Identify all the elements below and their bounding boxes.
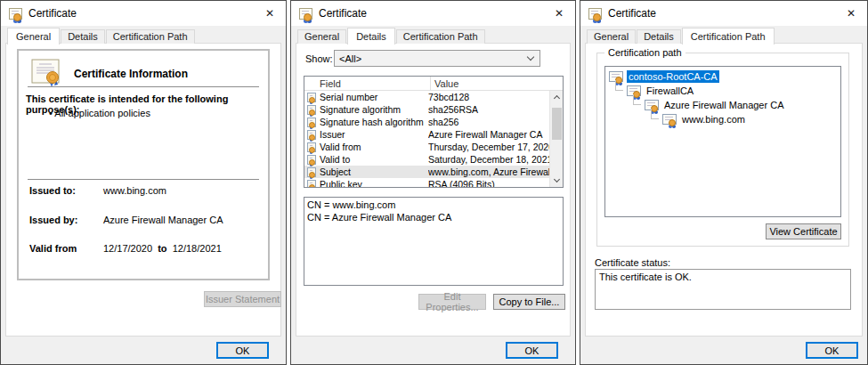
- close-icon[interactable]: ✕: [265, 8, 274, 19]
- purpose-item: All application policies: [49, 108, 150, 118]
- tab-certification-path[interactable]: Certification Path: [106, 29, 195, 44]
- tab-general[interactable]: General: [7, 28, 60, 45]
- field-icon: [307, 142, 316, 152]
- title-bar[interactable]: Certificate ✕: [580, 1, 867, 26]
- table-row[interactable]: Public key RSA (4096 Bits): [304, 178, 549, 188]
- column-header-value[interactable]: Value: [431, 78, 458, 89]
- title-bar[interactable]: Certificate ✕: [1, 1, 286, 26]
- title-bar[interactable]: Certificate ✕: [291, 1, 575, 26]
- table-row[interactable]: Signature algorithm sha256RSA: [304, 103, 549, 116]
- certificate-icon: [662, 114, 677, 125]
- issuer-statement-button[interactable]: Issuer Statement: [204, 291, 281, 307]
- copy-to-file-button[interactable]: Copy to File...: [493, 294, 565, 310]
- field-value: Azure Firewall Manager CA: [428, 129, 549, 140]
- screenshot-stage: Certificate ✕ General Details Certificat…: [0, 0, 868, 365]
- field-name: Serial number: [316, 92, 428, 102]
- certificate-status-box[interactable]: This certificate is OK.: [595, 269, 851, 310]
- show-dropdown[interactable]: <All>: [334, 50, 540, 67]
- issued-by-label: Issued by:: [29, 215, 77, 225]
- tab-general[interactable]: General: [297, 29, 346, 44]
- certificate-status-label: Certificate status:: [595, 257, 670, 268]
- valid-to-join: to: [158, 243, 166, 254]
- close-icon[interactable]: ✕: [847, 8, 856, 19]
- certificate-dialog-certification-path: Certificate ✕ General Details Certificat…: [580, 0, 868, 365]
- scrollbar-thumb[interactable]: [552, 108, 562, 140]
- issued-by-value: Azure Firewall Manager CA: [103, 215, 223, 225]
- vertical-scrollbar[interactable]: [549, 91, 563, 187]
- certification-path-tab-page: Certification path contoso-RootCA-CA Fir…: [585, 43, 863, 337]
- tree-item-label: www.bing.com: [680, 113, 747, 126]
- tab-certification-path[interactable]: Certification Path: [396, 29, 485, 44]
- valid-from-label: Valid from: [29, 243, 77, 254]
- details-tab-page: Show: <All> Field Value Serial number 73…: [296, 43, 571, 337]
- valid-from-row: Valid from 12/17/2020 to 12/18/2021: [29, 243, 77, 254]
- edit-properties-button[interactable]: Edit Properties...: [418, 294, 486, 310]
- field-name: Subject: [316, 166, 428, 177]
- certificate-dialog-general: Certificate ✕ General Details Certificat…: [0, 0, 287, 365]
- view-certificate-button[interactable]: View Certificate: [766, 223, 841, 239]
- valid-to-date: 12/18/2021: [173, 243, 222, 254]
- tree-connector: [615, 80, 623, 91]
- separator: [28, 86, 259, 88]
- field-value: 73bcd128: [428, 92, 549, 102]
- certificate-icon: [9, 8, 22, 20]
- ok-button[interactable]: OK: [216, 342, 269, 359]
- table-row[interactable]: Signature hash algorithm sha256: [304, 116, 549, 128]
- ok-button[interactable]: OK: [506, 342, 558, 359]
- listview-body: Serial number 73bcd128 Signature algorit…: [304, 91, 549, 187]
- tree-item-label: FirewallCA: [645, 85, 695, 97]
- tab-details[interactable]: Details: [347, 28, 395, 45]
- certification-path-tree[interactable]: contoso-RootCA-CA FirewallCA Azure Firew…: [604, 66, 841, 217]
- field-icon: [307, 180, 316, 189]
- general-tab-page: Certificate Information This certificate…: [5, 43, 281, 337]
- issued-to-value: www.bing.com: [103, 185, 166, 196]
- tab-details[interactable]: Details: [61, 29, 105, 44]
- field-icon: [307, 155, 316, 165]
- tree-item-root[interactable]: contoso-RootCA-CA: [605, 69, 840, 84]
- scroll-up-icon[interactable]: [550, 91, 564, 103]
- tree-item[interactable]: www.bing.com: [605, 112, 840, 126]
- certificate-dialog-details: Certificate ✕ General Details Certificat…: [290, 0, 576, 365]
- field-value: www.bing.com, Azure Firewall...: [428, 166, 549, 177]
- table-row[interactable]: Valid from Thursday, December 17, 2020..…: [304, 141, 549, 153]
- table-row[interactable]: Issuer Azure Firewall Manager CA: [304, 128, 549, 141]
- tab-general[interactable]: General: [587, 29, 636, 44]
- show-label: Show:: [305, 53, 333, 64]
- field-icon: [307, 93, 316, 102]
- issued-to-label: Issued to:: [29, 185, 76, 196]
- tree-item-label: Azure Firewall Manager CA: [662, 99, 786, 111]
- dialog-footer: OK: [291, 337, 575, 364]
- tab-bar: General Details Certification Path: [7, 27, 196, 44]
- detail-line: CN = www.bing.com: [307, 199, 560, 211]
- close-icon[interactable]: ✕: [555, 8, 564, 19]
- scroll-down-icon[interactable]: [550, 174, 564, 187]
- tab-bar: General Details Certification Path: [297, 27, 486, 44]
- window-title: Certificate: [28, 7, 77, 20]
- field-value: sha256RSA: [428, 104, 549, 115]
- certificate-info-box: Certificate Information This certificate…: [17, 49, 270, 280]
- certificate-icon: [588, 8, 602, 20]
- field-name: Issuer: [316, 129, 428, 140]
- dialog-footer: OK: [1, 337, 286, 364]
- tab-details[interactable]: Details: [637, 29, 681, 44]
- tab-certification-path[interactable]: Certification Path: [682, 28, 775, 45]
- table-row[interactable]: Serial number 73bcd128: [304, 91, 549, 103]
- table-row-selected[interactable]: Subject www.bing.com, Azure Firewall...: [304, 166, 549, 178]
- field-value: Thursday, December 17, 2020...: [428, 142, 549, 152]
- field-name: Valid from: [316, 142, 428, 152]
- ok-button[interactable]: OK: [806, 342, 858, 359]
- window-title: Certificate: [608, 7, 656, 20]
- tree-item-label: contoso-RootCA-CA: [627, 70, 719, 83]
- fields-listview[interactable]: Field Value Serial number 73bcd128 Signa…: [304, 76, 564, 188]
- tab-bar: General Details Certification Path: [587, 27, 775, 44]
- issued-by-row: Issued by: Azure Firewall Manager CA: [29, 215, 77, 225]
- field-name: Public key: [316, 179, 428, 188]
- certification-path-group-label: Certification path: [604, 47, 685, 58]
- field-icon: [307, 105, 316, 115]
- field-detail-textbox[interactable]: CN = www.bing.com CN = Azure Firewall Ma…: [304, 197, 564, 286]
- certificate-large-icon: [31, 59, 65, 87]
- table-row[interactable]: Valid to Saturday, December 18, 2021...: [304, 153, 549, 166]
- tree-item[interactable]: Azure Firewall Manager CA: [605, 98, 840, 112]
- column-header-field[interactable]: Field: [304, 77, 431, 90]
- field-value: Saturday, December 18, 2021...: [428, 154, 549, 165]
